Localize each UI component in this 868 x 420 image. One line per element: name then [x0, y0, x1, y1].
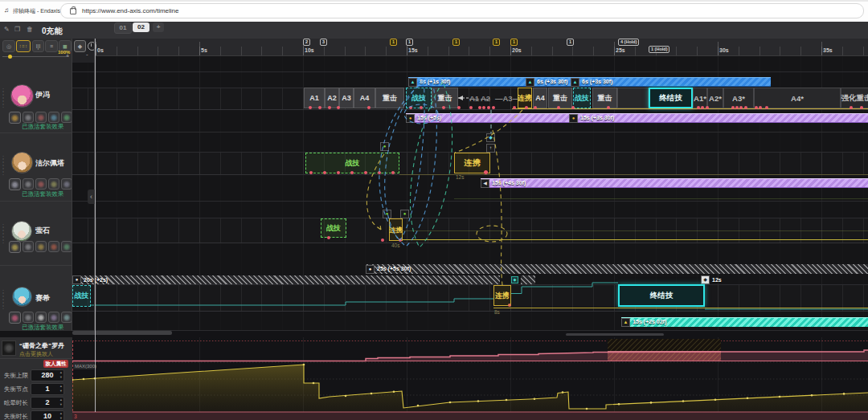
svg-text:3: 3 [74, 414, 77, 419]
svg-text:MAX(300): MAX(300) [75, 364, 96, 369]
